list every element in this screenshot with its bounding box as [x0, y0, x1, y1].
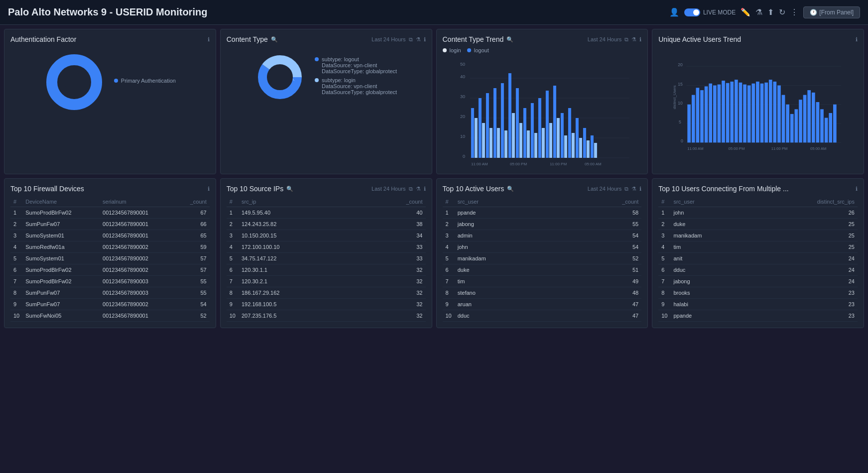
share-icon[interactable]: ⬆ — [767, 7, 774, 17]
count-val: 65 — [176, 230, 210, 241]
src-ip: 120.30.2.1 — [239, 276, 363, 287]
live-mode-toggle[interactable]: LIVE MODE — [684, 8, 736, 16]
table-row: 3 manikadam 25 — [658, 230, 858, 241]
panel-button[interactable]: 🕐 [From Panel] — [803, 6, 860, 18]
legend-dot-login — [315, 78, 319, 82]
svg-rect-37 — [549, 123, 552, 158]
src-user: duke — [671, 219, 753, 230]
content-type-trend-filter-icon[interactable]: ⚗ — [631, 36, 636, 43]
refresh-icon[interactable]: ↻ — [779, 7, 785, 17]
legend-login-line1: subtype: login — [322, 77, 397, 83]
content-type-donut: subtype: logout DataSource: vpn-client D… — [255, 52, 397, 102]
svg-text:20: 20 — [460, 114, 465, 119]
content-type-trend-info-icon[interactable]: ℹ — [639, 36, 641, 43]
svg-rect-25 — [504, 130, 507, 158]
table-row: 10 SumoFwNoi05 001234567890001 52 — [10, 310, 210, 322]
src-user: manikadam — [671, 230, 753, 241]
row-num: 1 — [10, 207, 22, 219]
svg-text:40: 40 — [460, 74, 465, 79]
unique-users-info-icon[interactable]: ℹ — [856, 36, 858, 43]
count-val: 54 — [568, 241, 641, 253]
table-row: 6 duke 51 — [443, 264, 642, 276]
svg-rect-27 — [511, 113, 514, 158]
active-users-search-icon[interactable]: 🔍 — [507, 186, 514, 192]
count-val: 51 — [568, 264, 641, 276]
content-type-filter-icon[interactable]: ⚗ — [416, 36, 421, 43]
top10-source-ips-title: Top 10 Source IPs — [227, 185, 283, 193]
legend-dot-logout — [315, 57, 319, 61]
auth-factor-info-icon[interactable]: ℹ — [208, 36, 210, 43]
content-type-trend-copy-icon[interactable]: ⧉ — [624, 36, 628, 43]
table-row: 10 dduc 47 — [443, 310, 642, 322]
svg-rect-20 — [486, 93, 489, 158]
table-row: 9 192.168.100.5 32 — [227, 299, 426, 310]
col-serial: serialnum — [100, 197, 176, 207]
more-icon[interactable]: ⋮ — [790, 7, 798, 17]
active-users-info-icon[interactable]: ℹ — [639, 186, 641, 192]
multi-users-table: # src_user distinct_src_ips 1 john 26 2 … — [658, 197, 858, 322]
svg-rect-72 — [718, 85, 721, 143]
legend-login-line2: DataSource: vpn-client — [322, 83, 397, 89]
row-num: 8 — [10, 287, 22, 299]
table-row: 5 SumoSystem01 001234567890002 57 — [10, 253, 210, 264]
row-num: 4 — [658, 241, 670, 253]
src-user: duke — [455, 264, 568, 276]
content-trend-chart: 0 10 20 30 40 50 — [443, 58, 642, 168]
device-name: SumoProdBlrFw02 — [22, 276, 100, 287]
trend-dot-logout — [467, 48, 471, 52]
active-users-filter-icon[interactable]: ⚗ — [631, 186, 636, 192]
trend-legend-login-label: login — [450, 47, 461, 53]
col-src-user: src_user — [455, 197, 568, 207]
row-num: 5 — [10, 253, 22, 264]
table-row: 9 halabi 23 — [658, 299, 858, 310]
unique-users-header: Unique Active Users Trend ℹ — [658, 35, 858, 43]
col-num-multi: # — [658, 197, 670, 207]
src-user: tim — [455, 276, 568, 287]
table-row: 9 SumPunFw07 001234567890002 54 — [10, 299, 210, 310]
top10-source-ips-header: Top 10 Source IPs 🔍 Last 24 Hours ⧉ ⚗ ℹ — [227, 185, 426, 193]
col-device: DeviceName — [22, 197, 100, 207]
auth-factor-legend: Primary Authentication — [114, 78, 176, 87]
content-type-trend-search-icon[interactable]: 🔍 — [506, 36, 513, 43]
count-val: 54 — [568, 230, 641, 241]
distinct-ips-val: 26 — [753, 207, 858, 219]
table-row: 7 SumoProdBlrFw02 001234567890003 55 — [10, 276, 210, 287]
count-val: 48 — [568, 287, 641, 299]
count-val: 33 — [363, 253, 426, 264]
src-user: dduc — [671, 264, 753, 276]
legend-dot-primary — [114, 79, 118, 83]
svg-rect-43 — [571, 133, 574, 158]
toggle-switch[interactable] — [684, 8, 700, 16]
svg-rect-77 — [739, 83, 743, 143]
count-val: 59 — [176, 241, 210, 253]
row-num: 1 — [658, 207, 670, 219]
source-ips-search-icon[interactable]: 🔍 — [286, 186, 293, 192]
svg-text:30: 30 — [460, 94, 465, 99]
source-ips-copy-icon[interactable]: ⧉ — [409, 186, 413, 192]
row-num: 1 — [227, 207, 239, 219]
col-count: _count — [176, 197, 210, 207]
source-ips-filter-icon[interactable]: ⚗ — [416, 186, 421, 192]
active-users-copy-icon[interactable]: ⧉ — [624, 186, 628, 192]
svg-rect-69 — [705, 86, 708, 142]
table-row: 1 ppande 58 — [443, 207, 642, 219]
svg-text:11:00 AM: 11:00 AM — [688, 146, 704, 151]
content-type-info-icon[interactable]: ℹ — [424, 36, 426, 43]
top10-firewall-info-icon[interactable]: ℹ — [208, 186, 210, 192]
src-user: brooks — [671, 287, 753, 299]
content-type-search-icon[interactable]: 🔍 — [271, 36, 278, 43]
svg-text:20: 20 — [678, 62, 683, 67]
top10-firewall-title: Top 10 Firewall Devices — [10, 185, 84, 193]
auth-factor-title: Authentication Factor — [10, 35, 76, 43]
unique-users-title: Unique Active Users Trend — [658, 35, 741, 43]
edit-icon[interactable]: ✏️ — [741, 7, 750, 17]
row-num: 3 — [10, 230, 22, 241]
top10-multi-users-info-icon[interactable]: ℹ — [856, 186, 858, 192]
svg-text:11:00 PM: 11:00 PM — [549, 162, 567, 166]
row-num: 9 — [227, 299, 239, 310]
filter-icon[interactable]: ⚗ — [755, 7, 762, 17]
svg-text:05:00 PM: 05:00 PM — [729, 146, 745, 151]
source-ips-info-icon[interactable]: ℹ — [424, 186, 426, 192]
firewall-table-header-row: # DeviceName serialnum _count — [10, 197, 210, 207]
content-type-copy-icon[interactable]: ⧉ — [409, 36, 413, 43]
